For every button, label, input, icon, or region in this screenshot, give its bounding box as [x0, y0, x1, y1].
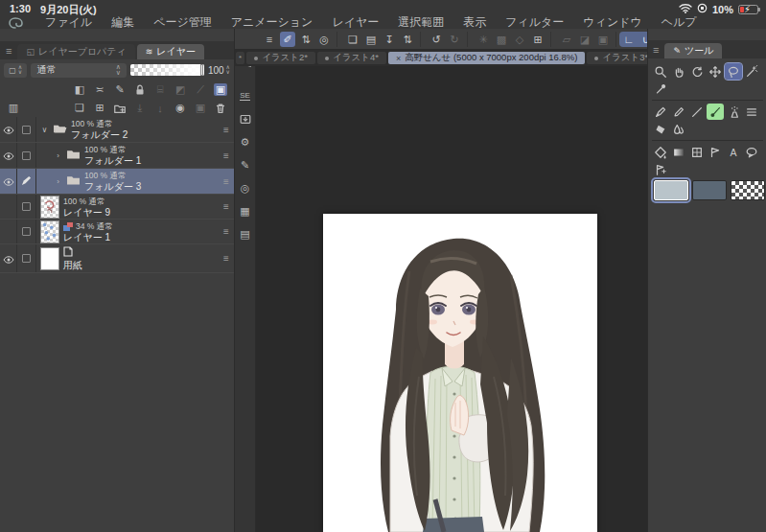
- layer-visibility-toggle[interactable]: [0, 220, 17, 243]
- tool-blend[interactable]: [670, 121, 687, 137]
- open-file-icon[interactable]: ▤: [363, 32, 379, 47]
- layer-row-フォルダー 2[interactable]: ∨100 % 通常フォルダー 2≡: [0, 117, 234, 143]
- document-canvas[interactable]: [323, 214, 597, 532]
- tool-auto-select[interactable]: [743, 63, 760, 80]
- save-icon[interactable]: ↧: [382, 32, 397, 47]
- tool-rotate[interactable]: [688, 63, 706, 80]
- auto-action-icon[interactable]: ⚙: [238, 134, 253, 150]
- save-options-icon[interactable]: ⇅: [400, 32, 415, 47]
- chevron-right-icon[interactable]: ›: [54, 177, 62, 186]
- layer-mask-icon[interactable]: ◉: [174, 102, 187, 114]
- reference-layer-icon[interactable]: ≍: [93, 83, 106, 96]
- tool-frame[interactable]: [688, 144, 706, 160]
- layer-row-レイヤー 1[interactable]: 34 % 通常レイヤー 1≡: [0, 220, 234, 244]
- enable-mask-icon[interactable]: ◩: [174, 83, 187, 96]
- hamburger-menu-icon[interactable]: ≡: [262, 32, 277, 47]
- clip-studio-logo-icon[interactable]: [8, 16, 24, 30]
- tool-text[interactable]: A: [725, 144, 742, 160]
- invert-selection-icon[interactable]: ◪: [577, 32, 592, 47]
- layer-drag-handle-icon[interactable]: ≡: [219, 117, 234, 142]
- apply-mask-icon[interactable]: ▣: [194, 102, 207, 114]
- layer-color-icon[interactable]: ▣: [214, 83, 227, 96]
- layer-visibility-toggle[interactable]: [0, 117, 17, 142]
- merge-down-icon[interactable]: ↓: [153, 103, 167, 114]
- tool-eraser[interactable]: [652, 121, 669, 137]
- new-layer-dialog-icon[interactable]: ⊞: [93, 102, 106, 114]
- menu-フィルター[interactable]: フィルター: [496, 14, 573, 31]
- layer-visibility-toggle[interactable]: [0, 195, 17, 219]
- tool-decoration[interactable]: [743, 104, 760, 120]
- object-tool-icon[interactable]: ✐: [280, 32, 295, 47]
- layer-checkbox[interactable]: [17, 220, 36, 243]
- spinner-icon[interactable]: ✳: [476, 32, 491, 47]
- layer-thumbnail[interactable]: [40, 220, 59, 243]
- crop-icon[interactable]: ⊞: [530, 32, 545, 47]
- chevron-down-icon[interactable]: ∨: [40, 126, 49, 134]
- menu-ページ管理[interactable]: ページ管理: [144, 14, 221, 31]
- menu-選択範囲[interactable]: 選択範囲: [388, 14, 453, 31]
- new-raster-layer-icon[interactable]: ❏: [73, 102, 86, 114]
- tool-lasso[interactable]: [725, 63, 742, 80]
- opacity-value[interactable]: 100∧∨: [208, 65, 230, 76]
- tool-brush[interactable]: [707, 104, 724, 120]
- lock-transparent-pixels-icon[interactable]: ⌸: [153, 83, 167, 96]
- tab-レイヤー[interactable]: ≋レイヤー: [137, 44, 204, 59]
- material-icon[interactable]: SE: [238, 88, 253, 104]
- layer-row-用紙[interactable]: 用紙≡: [0, 244, 234, 273]
- download-material-icon[interactable]: [238, 111, 253, 127]
- tool-balloon[interactable]: [743, 144, 760, 160]
- snap-ruler-icon[interactable]: ∟: [621, 32, 637, 47]
- document-tab-active[interactable]: ×高野せんせ (5000 x 7000px 200dpi 16.8%): [388, 52, 585, 64]
- menu-編集[interactable]: 編集: [102, 14, 144, 31]
- eye-preview-icon[interactable]: ◎: [316, 32, 332, 47]
- tool-line-correction[interactable]: [652, 161, 669, 177]
- tool-pencil[interactable]: [670, 104, 687, 120]
- deselect-icon[interactable]: ▱: [559, 32, 574, 47]
- layer-row-フォルダー 3[interactable]: ›100 % 通常フォルダー 3≡: [0, 169, 234, 195]
- layer-row-レイヤー 9[interactable]: 100 % 通常レイヤー 9≡: [0, 195, 234, 220]
- color-circle-icon[interactable]: ◎: [238, 180, 253, 196]
- tool-move[interactable]: [707, 63, 724, 80]
- layer-checkbox[interactable]: [17, 195, 36, 219]
- timeline-icon[interactable]: ▤: [238, 226, 253, 242]
- sub-tool-detail-icon[interactable]: ✎: [238, 157, 253, 173]
- transparent-color-swatch[interactable]: [731, 180, 765, 200]
- undo-icon[interactable]: ↺: [429, 32, 444, 47]
- layer-visibility-toggle[interactable]: [0, 169, 17, 194]
- close-tab-icon[interactable]: ×: [396, 54, 401, 63]
- tool-zoom[interactable]: [652, 63, 669, 80]
- layer-visibility-toggle[interactable]: [0, 244, 17, 272]
- opacity-slider[interactable]: [130, 64, 204, 76]
- tool-eyedropper[interactable]: [652, 81, 669, 97]
- document-tab[interactable]: イラスト2*: [246, 52, 315, 64]
- layer-checkbox[interactable]: [17, 117, 36, 142]
- layer-thumbnail[interactable]: [40, 196, 59, 219]
- document-tab[interactable]: イラスト4*: [317, 52, 386, 64]
- blend-mode-select[interactable]: 通常∧∨: [31, 63, 126, 78]
- chevron-right-icon[interactable]: ›: [54, 151, 62, 160]
- sub-color-swatch[interactable]: [692, 180, 727, 200]
- layer-drag-handle-icon[interactable]: ≡: [219, 143, 234, 168]
- new-folder-icon[interactable]: [113, 102, 127, 115]
- expand-tools-icon[interactable]: ⇅: [298, 32, 313, 47]
- menu-ヘルプ[interactable]: ヘルプ: [652, 14, 707, 31]
- menu-ウィンドウ[interactable]: ウィンドウ: [573, 14, 651, 31]
- editing-pen-indicator[interactable]: [17, 169, 36, 194]
- draft-layer-icon[interactable]: ✎: [113, 83, 127, 96]
- panel-menu-icon[interactable]: ≡: [6, 45, 12, 57]
- layer-row-フォルダー 1[interactable]: ›100 % 通常フォルダー 1≡: [0, 143, 234, 169]
- main-color-swatch[interactable]: [654, 180, 688, 200]
- tab-tool[interactable]: ✎ツール: [664, 43, 722, 58]
- tool-airbrush[interactable]: [725, 104, 742, 120]
- tool-pen[interactable]: [652, 104, 669, 120]
- tool-hand[interactable]: [670, 63, 687, 80]
- layer-checkbox[interactable]: [17, 143, 36, 168]
- tool-line[interactable]: [688, 104, 706, 120]
- two-pane-view-icon[interactable]: ▥: [7, 102, 20, 114]
- layer-drag-handle-icon[interactable]: ≡: [219, 220, 234, 243]
- layer-drag-handle-icon[interactable]: ≡: [219, 244, 234, 272]
- menu-ファイル[interactable]: ファイル: [35, 14, 102, 31]
- menu-表示[interactable]: 表示: [453, 14, 496, 31]
- stamp-icon[interactable]: ▩: [494, 32, 509, 47]
- menu-アニメーション[interactable]: アニメーション: [221, 14, 323, 31]
